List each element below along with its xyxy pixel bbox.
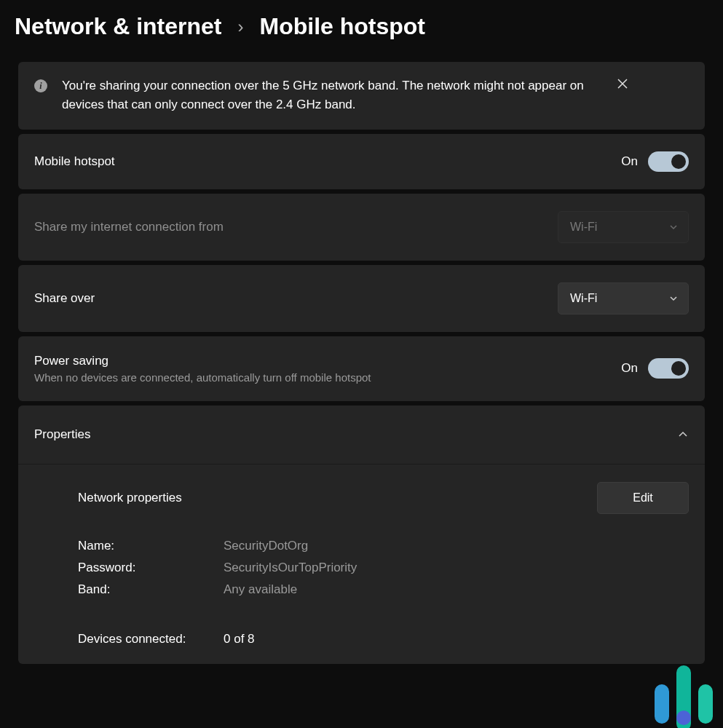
breadcrumb: Network & internet › Mobile hotspot [0, 0, 723, 62]
share-over-label: Share over [34, 291, 95, 306]
edit-button[interactable]: Edit [597, 482, 689, 514]
mobile-hotspot-row: Mobile hotspot On [18, 134, 705, 189]
power-saving-label: Power saving [34, 354, 371, 368]
properties-body: Network properties Edit Name: SecurityDo… [18, 464, 705, 664]
share-over-row: Share over Wi-Fi [18, 265, 705, 332]
share-over-value: Wi-Fi [570, 292, 597, 305]
power-saving-state: On [621, 361, 638, 376]
power-saving-row: Power saving When no devices are connect… [18, 336, 705, 401]
share-over-dropdown[interactable]: Wi-Fi [558, 282, 689, 314]
info-banner-text: You're sharing your connection over the … [62, 76, 601, 115]
toggle-knob [671, 361, 686, 376]
info-icon: i [34, 79, 47, 92]
share-from-label: Share my internet connection from [34, 220, 224, 234]
band-key: Band: [78, 582, 224, 597]
mobile-hotspot-label: Mobile hotspot [34, 154, 115, 169]
breadcrumb-current: Mobile hotspot [259, 13, 425, 40]
mobile-hotspot-state: On [621, 154, 638, 169]
brand-logo [655, 658, 713, 724]
share-from-row: Share my internet connection from Wi-Fi [18, 194, 705, 261]
chevron-up-icon [677, 429, 689, 440]
close-icon [617, 78, 628, 90]
chevron-right-icon: › [237, 17, 243, 37]
name-value: SecurityDotOrg [224, 539, 689, 553]
chevron-down-icon [669, 223, 678, 232]
power-saving-sub: When no devices are connected, automatic… [34, 371, 371, 384]
info-banner: i You're sharing your connection over th… [18, 62, 705, 130]
share-from-value: Wi-Fi [570, 221, 597, 234]
password-value: SecurityIsOurTopPriority [224, 561, 689, 575]
power-saving-toggle[interactable] [648, 358, 689, 379]
toggle-knob [671, 154, 686, 169]
close-banner-button[interactable] [615, 76, 630, 91]
share-from-dropdown[interactable]: Wi-Fi [558, 211, 689, 243]
devices-value: 0 of 8 [224, 632, 689, 646]
chevron-down-icon [669, 294, 678, 303]
properties-header-label: Properties [34, 427, 90, 442]
properties-card: Properties Network properties Edit Name:… [18, 405, 705, 664]
devices-key: Devices connected: [78, 632, 224, 646]
name-key: Name: [78, 539, 224, 553]
band-value: Any available [224, 582, 689, 597]
mobile-hotspot-toggle[interactable] [648, 151, 689, 172]
password-key: Password: [78, 561, 224, 575]
breadcrumb-parent[interactable]: Network & internet [15, 13, 221, 40]
properties-expander[interactable]: Properties [18, 405, 705, 464]
network-properties-label: Network properties [78, 491, 182, 505]
